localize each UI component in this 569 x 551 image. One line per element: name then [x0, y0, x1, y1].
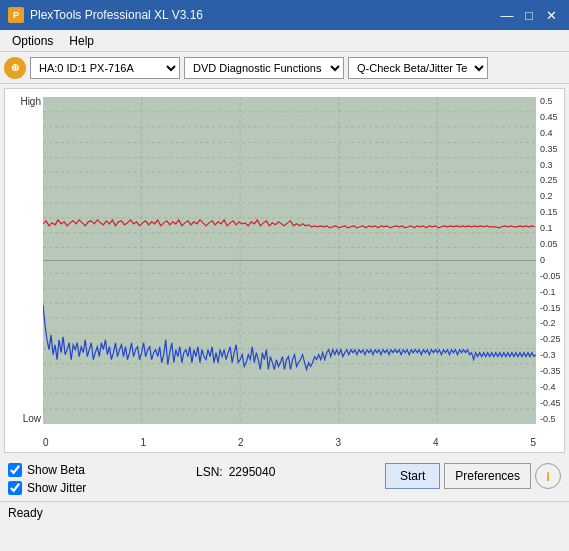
chart-high-label: High [9, 97, 41, 107]
chart-right-label-13: -0.15 [538, 304, 564, 313]
show-jitter-checkbox[interactable] [8, 481, 22, 495]
chart-right-label-4: 0.3 [538, 161, 564, 170]
chart-right-label-2: 0.4 [538, 129, 564, 138]
chart-right-label-11: -0.05 [538, 272, 564, 281]
chart-x-label-1: 1 [140, 437, 146, 448]
chart-right-label-1: 0.45 [538, 113, 564, 122]
show-beta-checkbox[interactable] [8, 463, 22, 477]
toolbar: ⊕ HA:0 ID:1 PX-716A DVD Diagnostic Funct… [0, 52, 569, 84]
menu-options[interactable]: Options [4, 32, 61, 50]
info-button[interactable]: i [535, 463, 561, 489]
chart-right-label-20: -0.5 [538, 415, 564, 424]
chart-x-label-3: 3 [335, 437, 341, 448]
chart-x-label-2: 2 [238, 437, 244, 448]
chart-right-label-9: 0.05 [538, 240, 564, 249]
title-controls: — □ ✕ [497, 5, 561, 25]
chart-right-label-12: -0.1 [538, 288, 564, 297]
chart-right-label-3: 0.35 [538, 145, 564, 154]
chart-right-label-6: 0.2 [538, 192, 564, 201]
lsn-area: LSN: 2295040 [196, 463, 275, 479]
chart-right-labels: 0.5 0.45 0.4 0.35 0.3 0.25 0.2 0.15 0.1 … [538, 97, 564, 424]
show-beta-row: Show Beta [8, 463, 86, 477]
checkboxes: Show Beta Show Jitter [8, 463, 86, 495]
test-select[interactable]: Q-Check Beta/Jitter Test [348, 57, 488, 79]
minimize-button[interactable]: — [497, 5, 517, 25]
chart-right-label-5: 0.25 [538, 176, 564, 185]
chart-x-label-4: 4 [433, 437, 439, 448]
app-icon: P [8, 7, 24, 23]
status-bar: Ready [0, 501, 569, 523]
chart-right-label-10: 0 [538, 256, 564, 265]
chart-right-label-14: -0.2 [538, 319, 564, 328]
menu-help[interactable]: Help [61, 32, 102, 50]
chart-right-label-16: -0.3 [538, 351, 564, 360]
toolbar-icon: ⊕ [4, 57, 26, 79]
chart-right-label-7: 0.15 [538, 208, 564, 217]
show-beta-label: Show Beta [27, 463, 85, 477]
lsn-label: LSN: [196, 465, 223, 479]
menu-bar: Options Help [0, 30, 569, 52]
bottom-panel: Show Beta Show Jitter LSN: 2295040 Start… [0, 457, 569, 501]
chart-right-label-19: -0.45 [538, 399, 564, 408]
chart-right-label-17: -0.35 [538, 367, 564, 376]
close-button[interactable]: ✕ [541, 5, 561, 25]
device-select[interactable]: HA:0 ID:1 PX-716A [30, 57, 180, 79]
chart-low-label: Low [9, 414, 41, 424]
start-button[interactable]: Start [385, 463, 440, 489]
lsn-value: 2295040 [229, 465, 276, 479]
preferences-button[interactable]: Preferences [444, 463, 531, 489]
function-select[interactable]: DVD Diagnostic Functions [184, 57, 344, 79]
show-jitter-label: Show Jitter [27, 481, 86, 495]
checkboxes-area: Show Beta Show Jitter [8, 463, 86, 495]
title-bar: P PlexTools Professional XL V3.16 — □ ✕ [0, 0, 569, 30]
chart-svg [43, 97, 536, 424]
status-text: Ready [8, 506, 43, 520]
title-bar-left: P PlexTools Professional XL V3.16 [8, 7, 203, 23]
maximize-button[interactable]: □ [519, 5, 539, 25]
chart-x-labels: 0 1 2 3 4 5 [43, 437, 536, 448]
chart-right-label-18: -0.4 [538, 383, 564, 392]
chart-area [43, 97, 536, 424]
show-jitter-row: Show Jitter [8, 481, 86, 495]
chart-right-label-0: 0.5 [538, 97, 564, 106]
chart-left-labels: High Low [9, 97, 41, 424]
chart-right-label-8: 0.1 [538, 224, 564, 233]
chart-right-label-15: -0.25 [538, 335, 564, 344]
chart-x-label-5: 5 [530, 437, 536, 448]
right-buttons: Start Preferences i [385, 463, 561, 489]
chart-container: High Low [4, 88, 565, 453]
app-title: PlexTools Professional XL V3.16 [30, 8, 203, 22]
chart-x-label-0: 0 [43, 437, 49, 448]
